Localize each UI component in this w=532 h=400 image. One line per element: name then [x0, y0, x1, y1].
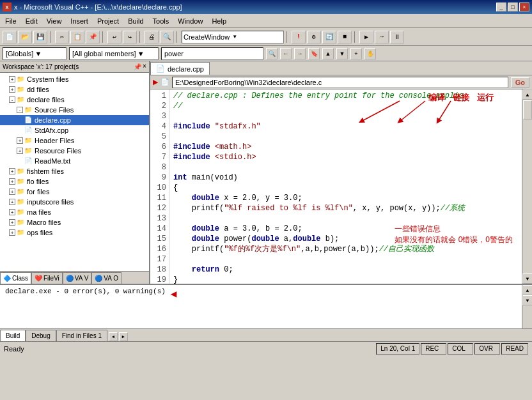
nav-hand-button[interactable]: ✋ [364, 48, 376, 59]
tree-label-flo: flo files [27, 178, 49, 185]
tree-item-readme[interactable]: 📄 ReadMe.txt [0, 156, 149, 166]
output-tab-build[interactable]: Build [0, 330, 26, 341]
scroll-track[interactable] [522, 100, 532, 273]
run-button[interactable]: ▶ [359, 31, 373, 43]
output-scrollbar[interactable]: ▲ ▼ [522, 285, 532, 328]
vertical-scrollbar[interactable]: ▲ ▼ [522, 89, 532, 284]
tree-item-source[interactable]: - 📁 Source Files [0, 105, 149, 115]
tree-item-declare[interactable]: - 📁 declare files [0, 95, 149, 105]
nav-forward-button[interactable]: → [294, 48, 306, 59]
members-dropdown[interactable]: [All global members] ▼ [69, 47, 159, 60]
globals-dropdown[interactable]: [Globals] ▼ [3, 47, 66, 60]
tree-item-ma[interactable]: + 📁 ma files [0, 207, 149, 217]
output-nav-next[interactable]: ▶ [119, 332, 128, 341]
code-editor[interactable]: // declare.cpp : Defines the entry point… [169, 89, 522, 284]
expand-for-icon[interactable]: + [9, 188, 15, 195]
expand-ma-icon[interactable]: + [9, 209, 15, 215]
expand-inputscore-icon[interactable]: + [9, 199, 15, 205]
save-button[interactable]: 💾 [33, 31, 47, 43]
scroll-up-button[interactable]: ▲ [522, 89, 532, 100]
scroll-thumb[interactable] [523, 100, 532, 119]
tab-class[interactable]: 🔷 Class [0, 272, 31, 284]
menu-tools[interactable]: Tools [149, 16, 173, 26]
go-button[interactable]: Go [511, 77, 529, 88]
tree-item-stdafx[interactable]: 📄 StdAfx.cpp [0, 125, 149, 135]
tree-item-inputscore[interactable]: + 📁 inputscore files [0, 197, 149, 207]
path-input[interactable] [172, 77, 508, 88]
tree-label-readme: ReadMe.txt [35, 157, 70, 165]
expand-flo-icon[interactable]: + [9, 178, 15, 185]
sidebar-pin-icon[interactable]: 📌 [134, 63, 141, 71]
tree-item-dd[interactable]: + 📁 dd files [0, 84, 149, 95]
tree-item-declare-cpp[interactable]: 📄 declare.cpp [0, 115, 149, 125]
menu-window[interactable]: Window [174, 16, 207, 26]
output-scroll-up[interactable]: ▲ [522, 285, 532, 295]
minimize-button[interactable]: _ [496, 3, 506, 12]
redo-button[interactable]: ↪ [123, 31, 137, 43]
nav-next-button[interactable]: ▼ [336, 48, 348, 59]
break-button[interactable]: ⏸ [390, 31, 404, 43]
create-window-dropdown[interactable]: CreateWindow ▼ [182, 31, 284, 43]
nav-prev-button[interactable]: ▲ [322, 48, 334, 59]
print-button[interactable]: 🖨 [145, 31, 159, 43]
expand-csystem-icon[interactable]: + [9, 76, 15, 82]
tree-item-csystem[interactable]: + 📁 Csystem files [0, 74, 149, 84]
tab-vav[interactable]: 🔵 VA V [63, 272, 92, 284]
expand-ops-icon[interactable]: + [9, 229, 15, 236]
output-nav-prev[interactable]: ◀ [109, 332, 118, 341]
paste-button[interactable]: 📌 [86, 31, 100, 43]
scroll-down-button[interactable]: ▼ [522, 273, 532, 284]
function-input[interactable] [161, 47, 263, 60]
editor-tab-declare[interactable]: 📄 declare.cpp [150, 62, 210, 75]
tab-vao[interactable]: 🔵 VA O [91, 272, 121, 284]
menu-project[interactable]: Project [93, 16, 123, 26]
tree-item-ops[interactable]: + 📁 ops files [0, 227, 149, 238]
tree-item-macro[interactable]: + 📁 Macro files [0, 217, 149, 227]
menu-help[interactable]: Help [208, 16, 230, 26]
tab-fileview[interactable]: ❤️ FileVi [31, 272, 63, 284]
nav-search-button[interactable]: 🔍 [266, 48, 278, 59]
cut-button[interactable]: ✂ [55, 31, 69, 43]
expand-dd-icon[interactable]: + [9, 86, 15, 93]
expand-fishtem-icon[interactable]: + [9, 168, 15, 174]
copy-button[interactable]: 📋 [70, 31, 84, 43]
close-button[interactable]: × [519, 3, 529, 12]
expand-source-icon[interactable]: - [17, 107, 23, 113]
menu-file[interactable]: File [1, 16, 20, 26]
tree-item-fishtem[interactable]: + 📁 fishtem files [0, 166, 149, 176]
nav-add-button[interactable]: + [350, 48, 362, 59]
folder-csystem-icon: 📁 [17, 75, 26, 83]
sidebar-close-icon[interactable]: × [143, 63, 146, 71]
expand-header-icon[interactable]: + [17, 137, 23, 144]
output-tab-findinfiles[interactable]: Find in Files 1 [56, 330, 107, 341]
build-button[interactable]: ⚙ [307, 31, 321, 43]
menu-view[interactable]: View [43, 16, 66, 26]
menu-build[interactable]: Build [124, 16, 147, 26]
tree-item-resource[interactable]: + 📁 Resource Files [0, 146, 149, 156]
code-area[interactable]: 12345 678910 1112131415 1617181920 21 //… [150, 89, 532, 284]
vao-tab-label: VA O [104, 275, 118, 282]
nav-back-button[interactable]: ← [280, 48, 292, 59]
menu-edit[interactable]: Edit [22, 16, 42, 26]
maximize-button[interactable]: □ [508, 3, 518, 12]
tree-item-header[interactable]: + 📁 Header Files [0, 135, 149, 146]
open-button[interactable]: 📂 [18, 31, 32, 43]
tree-item-flo[interactable]: + 📁 flo files [0, 176, 149, 187]
undo-button[interactable]: ↩ [107, 31, 121, 43]
new-button[interactable]: 📄 [3, 31, 17, 43]
title-bar-buttons[interactable]: _ □ × [496, 3, 529, 12]
stop-button[interactable]: ■ [338, 31, 352, 43]
menu-insert[interactable]: Insert [66, 16, 92, 26]
compile-button[interactable]: ! [292, 31, 306, 43]
expand-macro-icon[interactable]: + [9, 219, 15, 226]
expand-declare-icon[interactable]: - [9, 96, 15, 103]
search-button[interactable]: 🔍 [160, 31, 174, 43]
expand-resource-icon[interactable]: + [17, 148, 23, 154]
output-scroll-down[interactable]: ▼ [522, 295, 532, 305]
tree-label-source: Source Files [35, 106, 74, 114]
nav-bookmark-button[interactable]: 🔖 [308, 48, 320, 59]
output-tab-debug[interactable]: Debug [26, 330, 56, 341]
rebuild-button[interactable]: 🔄 [322, 31, 336, 43]
step-button[interactable]: → [375, 31, 389, 43]
tree-item-for[interactable]: + 📁 for files [0, 187, 149, 197]
